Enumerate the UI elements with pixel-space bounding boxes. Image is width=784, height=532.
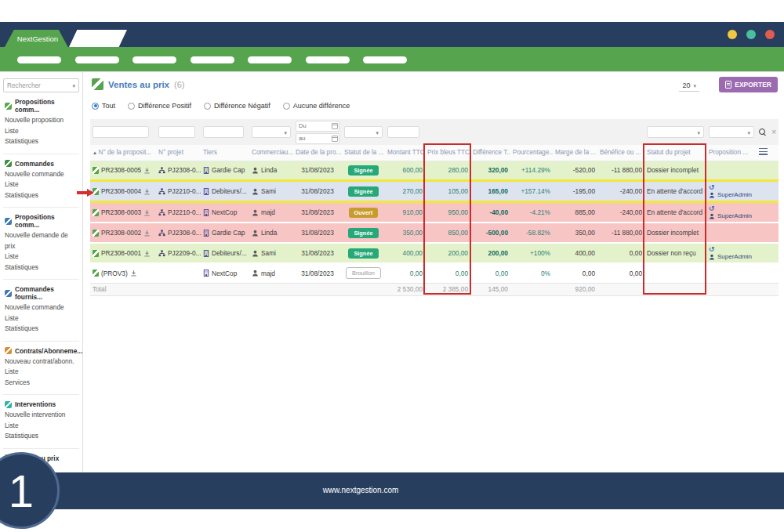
sidebar-item-statistiques[interactable]: Statistiques — [5, 324, 78, 335]
clear-filters-icon[interactable] — [771, 128, 776, 136]
sitemap-icon — [158, 188, 165, 195]
proposition-user[interactable]: SuperAdmin — [717, 253, 752, 261]
difference: 0,00 — [470, 264, 510, 283]
filter-statut-projet-select[interactable] — [647, 126, 704, 138]
page-size-select[interactable]: 20 — [679, 80, 699, 92]
download-icon[interactable] — [143, 188, 151, 195]
filter-commercial-select[interactable] — [252, 126, 291, 138]
calendar-icon[interactable] — [332, 123, 338, 129]
col-benefice[interactable]: Bénéfice ou ... — [597, 145, 644, 161]
nav-pill-3[interactable] — [132, 56, 176, 63]
proposal-number: (PROV3) — [101, 270, 128, 277]
sidebar-item-statistiques[interactable]: Statistiques — [5, 431, 78, 442]
col-statut[interactable]: Statut de la ... — [342, 145, 385, 161]
grid-green-icon — [5, 160, 12, 167]
col-montant[interactable]: Montant TTC — [385, 145, 425, 161]
download-icon[interactable] — [143, 250, 151, 257]
sidebar-item-statistiques[interactable]: Statistiques — [5, 136, 78, 147]
filter-difference-negatif[interactable]: Différence Négatif — [204, 102, 270, 110]
sidebar-item-liste[interactable]: Liste — [5, 367, 78, 378]
proposal-number: PR2308-0003 — [101, 208, 141, 216]
window-dot-teal-icon[interactable] — [746, 30, 756, 39]
column-settings-icon[interactable] — [759, 148, 768, 155]
window-dot-red-icon[interactable] — [765, 30, 775, 39]
export-button[interactable]: EXPORTER — [719, 77, 778, 92]
montant-ttc: 350,00 — [385, 223, 425, 242]
marge: 350,00 — [553, 223, 597, 242]
proposal-file-icon — [93, 209, 99, 216]
sidebar-item-liste[interactable]: Liste — [5, 179, 78, 190]
download-icon[interactable] — [143, 209, 151, 216]
filter-tout[interactable]: Tout — [92, 102, 115, 110]
secondary-tab[interactable] — [69, 30, 127, 47]
calendar-icon[interactable] — [332, 136, 338, 142]
filter-aucune-difference[interactable]: Aucune différence — [283, 102, 350, 110]
col-pourcentage[interactable]: Pourcentage... — [510, 145, 553, 161]
sidebar-item-nouvelle-commande[interactable]: Nouvelle commande — [5, 169, 78, 180]
nav-pill-4[interactable] — [191, 56, 234, 63]
col-difference[interactable]: Différence T... — [470, 145, 510, 161]
filter-difference-positif[interactable]: Différence Positif — [128, 102, 191, 110]
col-projet[interactable]: N° projet — [156, 145, 201, 161]
brand-tab[interactable]: NextGestion — [5, 30, 71, 47]
nav-pill-6[interactable] — [306, 56, 350, 63]
sitemap-icon — [158, 167, 165, 174]
nav-pill-2[interactable] — [75, 56, 119, 63]
sidebar-item-nouvelle-commande[interactable]: Nouvelle commande — [5, 302, 78, 313]
sidebar-search-select[interactable]: Rechercher — [3, 78, 79, 92]
download-icon[interactable] — [130, 270, 137, 277]
sidebar-item-nouveau-contrat[interactable]: Nouveau contrat/abonn. — [5, 356, 78, 367]
building-icon — [203, 209, 209, 216]
col-commercial[interactable]: Commerciau... — [249, 145, 293, 161]
montant-ttc: 600,00 — [385, 161, 425, 179]
total-label: Total — [90, 283, 385, 295]
col-numero[interactable]: N° de la proposit... — [90, 145, 156, 161]
window-dot-yellow-icon[interactable] — [728, 30, 737, 39]
col-marge[interactable]: Marge de la ... — [553, 145, 597, 161]
filter-statut-select[interactable] — [344, 126, 383, 138]
sidebar-item-nouvelle-demande-de-prix[interactable]: Nouvelle demande de prix — [5, 230, 78, 252]
marge: -195,00 — [553, 182, 597, 201]
montant-ttc: 910,00 — [385, 203, 425, 222]
search-placeholder: Rechercher — [7, 81, 41, 89]
nav-pill-1[interactable] — [17, 56, 61, 63]
sidebar-item-nouvelle-intervention[interactable]: Nouvelle intervention — [5, 410, 78, 421]
download-icon[interactable] — [143, 167, 151, 174]
nav-pill-7[interactable] — [363, 56, 407, 63]
history-icon[interactable] — [709, 245, 754, 253]
sales-price-icon — [92, 78, 103, 90]
sidebar-item-services[interactable]: Services — [5, 378, 78, 389]
tiers-name: Gardie Cap — [212, 229, 245, 237]
history-icon[interactable] — [709, 204, 754, 212]
sidebar-item-nouvelle-proposition[interactable]: Nouvelle proposition — [5, 115, 78, 126]
sidebar-item-liste[interactable]: Liste — [5, 252, 78, 262]
document-blue-icon — [5, 290, 12, 297]
proposition-user[interactable]: SuperAdmin — [717, 191, 752, 199]
document-green-icon — [5, 103, 12, 110]
col-tiers[interactable]: Tiers — [201, 145, 249, 161]
filter-projet-input[interactable] — [158, 126, 195, 138]
search-icon[interactable] — [759, 128, 767, 136]
group-title: Interventions — [15, 400, 56, 408]
sidebar-item-statistiques[interactable]: Statistiques — [5, 190, 78, 201]
proposal-date: 31/08/2023 — [293, 223, 342, 242]
sidebar-item-liste[interactable]: Liste — [5, 421, 78, 432]
download-icon[interactable] — [143, 230, 151, 237]
benefice: 0,00 — [597, 244, 644, 262]
filter-montant-input[interactable] — [387, 126, 419, 138]
col-proposition[interactable]: Proposition ... — [706, 145, 757, 161]
sidebar-item-liste[interactable]: Liste — [5, 313, 78, 324]
proposal-number: PR2308-0004 — [101, 187, 141, 195]
nav-pill-5[interactable] — [248, 56, 292, 63]
app-window: NextGestion Rechercher Propositions comm… — [0, 0, 784, 532]
proposition-user[interactable]: SuperAdmin — [717, 212, 752, 220]
sidebar-group-propositions: Propositions comm... Nouvelle propositio… — [3, 92, 79, 154]
sidebar-item-statistiques[interactable]: Statistiques — [5, 262, 78, 273]
sidebar-group-contrats: Contrats/Abonneme... Nouveau contrat/abo… — [3, 342, 79, 396]
sidebar-item-liste[interactable]: Liste — [5, 126, 78, 137]
history-icon[interactable] — [709, 183, 754, 191]
filter-proposition-select[interactable] — [709, 126, 754, 138]
filter-tiers-input[interactable] — [203, 126, 244, 138]
col-date[interactable]: Date de la pro... — [293, 145, 342, 161]
filter-numero-input[interactable] — [93, 126, 149, 138]
